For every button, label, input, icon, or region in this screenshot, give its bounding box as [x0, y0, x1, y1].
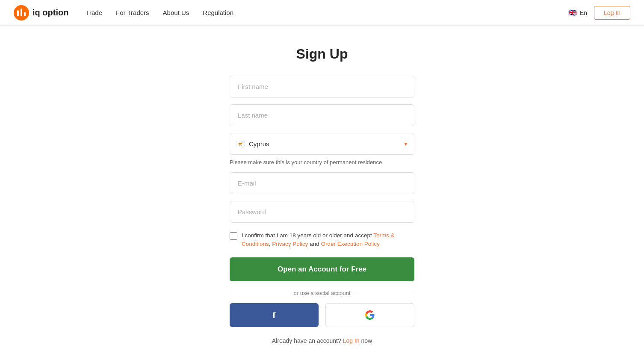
- signup-form: 🇨🇾 Cyprus United States United Kingdom G…: [230, 76, 414, 344]
- nav-links: Trade For Traders About Us Regulation: [86, 9, 568, 16]
- divider-text: or use a social account: [294, 290, 351, 296]
- terms-label: I confirm that I am 18 years old or olde…: [242, 231, 414, 249]
- logo-icon: [14, 5, 29, 21]
- facebook-icon: f: [272, 310, 275, 321]
- logo[interactable]: iq option: [14, 5, 68, 21]
- svg-rect-3: [24, 12, 26, 16]
- open-account-button[interactable]: Open an Account for Free: [230, 257, 414, 281]
- social-buttons: f: [230, 303, 414, 327]
- last-name-input[interactable]: [230, 104, 414, 126]
- google-icon: [365, 310, 375, 320]
- already-login-link[interactable]: Log In: [343, 337, 360, 344]
- navbar: iq option Trade For Traders About Us Reg…: [0, 0, 644, 26]
- nav-trade[interactable]: Trade: [86, 9, 102, 16]
- main-content: Sign Up 🇨🇾 Cyprus United States United K…: [0, 26, 644, 354]
- logo-text: iq option: [32, 8, 68, 18]
- nav-for-traders[interactable]: For Traders: [116, 9, 149, 16]
- login-button[interactable]: Log In: [594, 6, 630, 20]
- language-button[interactable]: 🇬🇧 En: [568, 8, 587, 18]
- privacy-link[interactable]: Privacy Policy: [272, 241, 308, 247]
- nav-about-us[interactable]: About Us: [163, 9, 189, 16]
- social-divider: or use a social account: [230, 290, 414, 296]
- country-select-wrap: 🇨🇾 Cyprus United States United Kingdom G…: [230, 133, 414, 155]
- password-input[interactable]: [230, 201, 414, 223]
- page-title: Sign Up: [296, 46, 348, 62]
- flag-icon: 🇬🇧: [568, 8, 577, 18]
- svg-rect-1: [17, 10, 19, 16]
- already-account-text: Already have an account? Log In now: [230, 337, 414, 344]
- order-execution-link[interactable]: Order Execution Policy: [321, 241, 379, 247]
- terms-checkbox-row: I confirm that I am 18 years old or olde…: [230, 231, 414, 249]
- terms-checkbox[interactable]: [230, 232, 237, 240]
- nav-regulation[interactable]: Regulation: [203, 9, 233, 16]
- divider-left: [230, 293, 289, 293]
- email-input[interactable]: [230, 172, 414, 194]
- svg-rect-2: [21, 9, 22, 16]
- nav-right: 🇬🇧 En Log In: [568, 6, 630, 20]
- google-login-button[interactable]: [325, 303, 414, 327]
- lang-label: En: [580, 9, 587, 16]
- first-name-input[interactable]: [230, 76, 414, 97]
- country-select[interactable]: Cyprus United States United Kingdom Germ…: [230, 133, 414, 155]
- divider-right: [355, 293, 414, 293]
- facebook-login-button[interactable]: f: [230, 303, 319, 327]
- country-note: Please make sure this is your country of…: [230, 159, 414, 165]
